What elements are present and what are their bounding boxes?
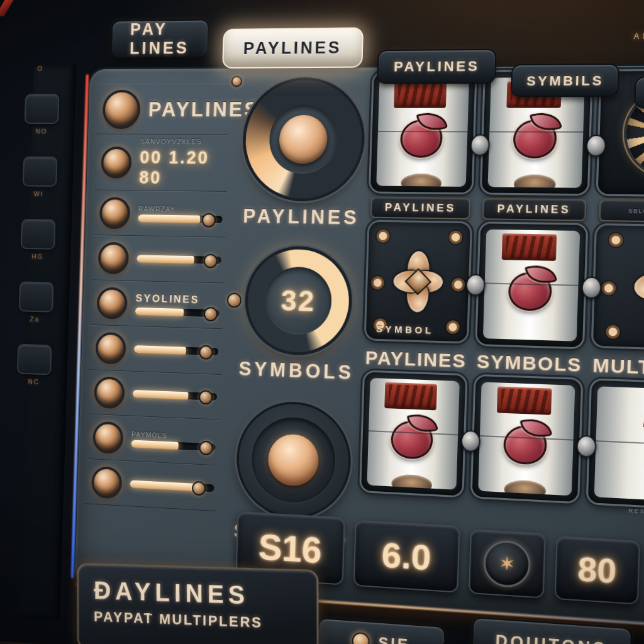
slider-handle[interactable] [199,391,213,405]
sidebar-slider[interactable] [130,480,214,492]
symbols-dial-label: SYMBOLS [238,357,354,384]
slider-fill [131,440,178,450]
bar-banner-icon [497,386,552,414]
lucky-seven-icon: 7 [639,402,644,481]
sidebar-knob-button[interactable] [91,466,123,499]
left-rail-button[interactable] [25,94,60,124]
reel-window [367,378,460,490]
gem-tile [593,225,644,350]
cherry-symbol-icon [506,264,557,311]
slider-handle[interactable] [204,254,218,269]
symbols-push-button[interactable] [238,402,350,519]
next-symbol-peek [504,479,546,496]
reel-frame: 7 [588,380,644,510]
gem-tile: SYMBOL [366,222,471,342]
left-rail-glyph: WI [33,190,72,197]
glow-dot-icon [352,632,370,644]
slider-fill [136,255,194,264]
sidebar-slider[interactable] [136,255,221,264]
sidebar-slider[interactable] [131,440,215,452]
tab-paylines-selected[interactable]: PAYLINES [222,27,364,69]
tab-settings[interactable]: SEITTINO [635,76,644,109]
left-rail-glyph: NC [28,378,67,387]
sidebar-value-row: SANVOYVZKLES 00 1.20 80 [94,135,228,192]
sidebar-knob-button[interactable] [92,421,124,455]
plaque-line-2: PAYPAT MULTIPLERS [94,608,311,633]
column-label-multipliers: MULTIPLERS [592,354,644,381]
sidebar: PAYLINES SANVOYVZKLES 00 1.20 80 RAWRZAY [85,84,230,512]
next-symbol-peek [401,174,442,187]
sidebar-knob-button[interactable] [94,377,125,409]
left-rail-glyph: Za [30,315,69,323]
sidebar-slider-row: SYOLINES [91,280,224,329]
center-dial-column: PAYLINES 32 SYMBOLS SYMBOLS [226,77,372,550]
symbols-gem-card[interactable]: SYMBOL [366,222,471,344]
sidebar-knob-button[interactable] [98,242,130,274]
reel-frame [477,223,587,347]
reel-plaque: PAYLINES [482,198,586,221]
sidebar-slider[interactable] [134,345,218,355]
sidebar-slider[interactable] [135,308,219,318]
symbols-count-value: 32 [280,284,316,318]
paylines-back-button[interactable]: PAY LINES [111,19,209,58]
multipliers-gem-card[interactable] [593,225,644,352]
left-rail-glyph: HG [31,253,70,261]
sidebar-slider-row [85,459,218,511]
wheel-plaque: SBLOFIGXXA FMOLZ [599,199,644,223]
paylines-value-readout: 00 1.20 80 [139,148,225,189]
medallion-icon [483,539,531,588]
bar-banner-icon [384,382,437,410]
readout-80-a: 80 [554,536,640,605]
sidebar-knob-button[interactable] [99,197,131,229]
seven-reel-card[interactable]: 7 RESIGNBLLS2 [588,380,644,519]
slot-preview-grid: PAYLINES PAYLINES SBLOFIGXXA FMOLZ [361,71,644,514]
sidebar-slider-row: RAWRZAY [93,191,226,238]
left-rail-button[interactable] [19,281,54,312]
sidebar-slider-row [92,235,225,283]
cherry-symbol-icon [511,111,562,158]
sidebar-knob-button[interactable] [96,287,128,319]
gem-tile-label: SYMBOL [376,323,434,336]
slider-fill [138,214,200,223]
sidebar-slider-row [88,370,221,420]
tab-paylines[interactable]: PAYLINES [377,49,497,84]
sidebar-row-label: SYOLINES [135,292,220,307]
cherry-symbol-icon [397,111,447,157]
left-rail-button[interactable] [21,219,56,250]
paylines-multipliers-plaque: ĐAYLINES PAYPAT MULTIPLERS [77,563,319,644]
reel-window: 7 [594,386,644,504]
slider-handle[interactable] [201,213,216,228]
next-symbol-peek [513,174,556,188]
readout-6-0: 6.0 [353,520,460,593]
sidebar-slider[interactable] [133,390,217,401]
slider-handle[interactable] [192,481,206,496]
die-button[interactable]: SIE [318,618,446,644]
left-rail-button[interactable] [17,344,52,375]
paylines-knob-label: PAYLINES [243,205,360,230]
medallion-tile[interactable] [469,529,546,599]
left-rail-glyph: O [37,65,76,72]
reel-card[interactable] [361,372,466,504]
machine-face-panel: PAYLINES SANVOYVZKLES 00 1.20 80 RAWRZAY [75,65,644,630]
seven-caption: RESIGNBLLS2 [628,508,644,517]
slider-handle[interactable] [204,307,218,321]
slider-fill [133,390,188,399]
left-rail-glyph: NO [35,128,74,135]
symbols-reel-card[interactable] [477,223,587,347]
slot-machine-settings-panel: PAY LINES PAYLINES PAYLINES SYMBILS SEIT… [0,0,644,644]
cherry-symbol-icon [388,412,438,460]
column-label-paylines: PAYLINES [365,347,467,372]
sidebar-knob-button[interactable] [101,147,132,179]
tab-symbols[interactable]: SYMBILS [511,64,619,97]
sidebar-knob-button[interactable] [95,331,126,364]
cherry-symbol-icon [501,416,552,465]
reel-frame [472,376,581,502]
symbols-count-dial[interactable]: 32 [247,248,350,353]
reel-card[interactable] [472,376,582,511]
slider-handle[interactable] [199,441,213,456]
slider-fill [130,480,197,491]
left-rail-button[interactable] [23,157,58,187]
sidebar-slider[interactable] [138,214,222,223]
left-edge-rail: O NO WI HG Za NC [18,65,76,621]
slider-handle[interactable] [199,345,214,359]
